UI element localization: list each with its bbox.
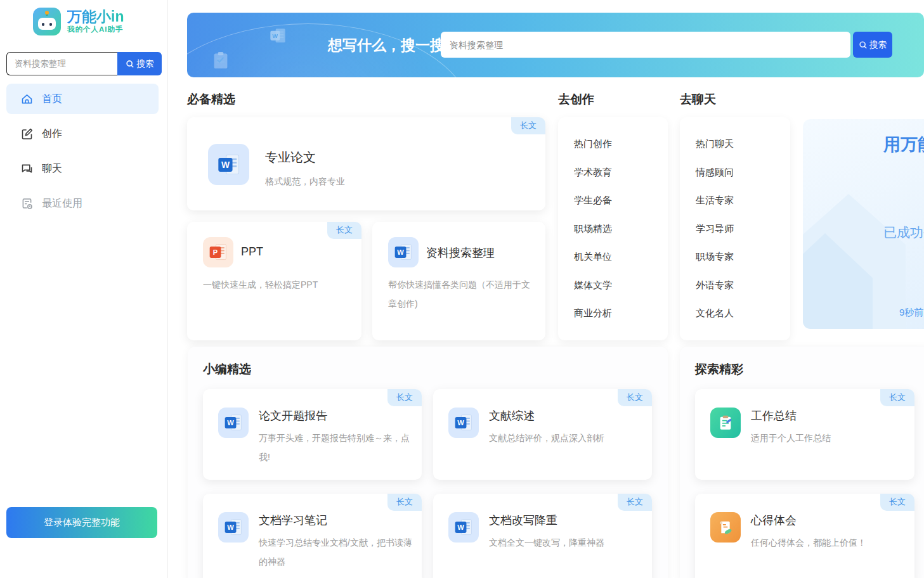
word-icon: W	[388, 237, 419, 267]
create-category-item[interactable]: 学生必备	[574, 195, 668, 207]
editor-picks-section: 小编精选 长文 W 论文开题报告 万事开头难，开题报告特别难～来，点我! 长文 …	[188, 347, 668, 578]
card-title: 文献综述	[489, 408, 535, 423]
sidebar: 万能小in 我的个人AI助手 搜索 首页 创作 聊天 最近使用 登录体验完整功能	[0, 0, 168, 578]
svg-text:W: W	[457, 523, 464, 531]
login-button[interactable]: 登录体验完整功能	[6, 507, 157, 538]
card-research-organize[interactable]: W 资料搜索整理 帮你快速搞懂各类问题（不适用于文章创作)	[372, 222, 545, 340]
hero-banner: W 想写什么，搜一搜 搜索	[187, 13, 924, 77]
card-desc: 快速学习总结专业文档/文献，把书读薄的神器	[259, 533, 412, 571]
card-title: 论文开题报告	[259, 408, 327, 423]
card-desc: 帮你快速搞懂各类问题（不适用于文章创作)	[388, 275, 535, 313]
card-title: 专业论文	[265, 149, 316, 166]
card-desc: 适用于个人工作总结	[751, 428, 904, 447]
svg-text:W: W	[397, 248, 404, 256]
card-desc: 文档全文一键改写，降重神器	[489, 533, 642, 552]
sidebar-search: 搜索	[6, 52, 162, 75]
card-thesis-proposal[interactable]: 长文 W 论文开题报告 万事开头难，开题报告特别难～来，点我!	[203, 389, 422, 480]
card-title: 文档学习笔记	[259, 513, 327, 528]
create-category-item[interactable]: 机关单位	[574, 251, 668, 263]
sidebar-item-recent[interactable]: 最近使用	[6, 188, 159, 219]
card-literature-review[interactable]: 长文 W 文献综述 文献总结评价，观点深入剖析	[433, 389, 652, 480]
chat-category-item[interactable]: 文化名人	[696, 307, 790, 319]
card-desc: 文献总结评价，观点深入剖析	[489, 428, 642, 447]
word-icon: W	[448, 408, 479, 438]
promo-headline: 用万能	[883, 133, 924, 156]
card-document-study-notes[interactable]: 长文 W 文档学习笔记 快速学习总结专业文档/文献，把书读薄的神器	[203, 494, 422, 578]
svg-text:W: W	[227, 523, 234, 531]
sidebar-search-input[interactable]	[6, 52, 117, 75]
promo-timestamp: 9秒前	[899, 307, 923, 319]
create-category-item[interactable]: 职场精选	[574, 223, 668, 235]
svg-text:W: W	[227, 419, 234, 427]
section-title-essentials: 必备精选	[187, 91, 235, 108]
chat-category-item[interactable]: 职场专家	[696, 251, 790, 263]
sidebar-item-create[interactable]: 创作	[6, 119, 159, 149]
section-title-explore: 探索精彩	[695, 361, 743, 378]
card-title: PPT	[241, 245, 263, 259]
sidebar-search-button[interactable]: 搜索	[117, 52, 162, 75]
explore-section: 探索精彩 长文 工作总结 适用于个人工作总结 长文 心得体会 任何心得体会，都能…	[680, 347, 924, 578]
work-summary-icon	[710, 408, 741, 438]
banner-search: 搜索	[441, 32, 892, 58]
recent-icon	[20, 197, 34, 210]
search-icon	[126, 60, 134, 68]
word-icon: W	[218, 512, 249, 543]
svg-text:W: W	[221, 160, 230, 170]
create-category-list: 热门创作 学术教育 学生必备 职场精选 机关单位 媒体文学 商业分析	[558, 117, 668, 340]
long-text-badge: 长文	[327, 222, 361, 239]
word-icon: W	[208, 144, 249, 185]
card-desc: 任何心得体会，都能上价值！	[751, 533, 904, 552]
create-category-item[interactable]: 媒体文学	[574, 279, 668, 292]
promo-card[interactable]: 用万能 已成功创 9秒前	[803, 119, 924, 329]
card-professional-paper[interactable]: 长文 W 专业论文 格式规范，内容专业	[187, 117, 545, 210]
ppt-icon: P	[203, 237, 233, 267]
clipboard-decoration-icon	[212, 51, 229, 70]
create-category-item[interactable]: 学术教育	[574, 167, 668, 179]
long-text-badge: 长文	[387, 494, 422, 511]
edit-icon	[20, 127, 34, 141]
svg-text:P: P	[213, 248, 218, 256]
card-desc: 格式规范，内容专业	[265, 172, 345, 191]
word-icon: W	[218, 408, 249, 438]
card-document-rewrite[interactable]: 长文 W 文档改写降重 文档全文一键改写，降重神器	[433, 494, 652, 578]
long-text-badge: 长文	[880, 494, 914, 511]
long-text-badge: 长文	[387, 389, 422, 406]
chat-category-item[interactable]: 情感顾问	[696, 167, 790, 179]
robot-logo-icon	[33, 8, 61, 35]
card-title: 文档改写降重	[489, 513, 557, 528]
chat-category-item[interactable]: 生活专家	[696, 195, 790, 207]
section-title-create: 去创作	[558, 91, 594, 108]
app-title: 万能小in	[67, 9, 124, 25]
chat-category-item[interactable]: 热门聊天	[696, 138, 790, 150]
word-doc-decoration-icon: W	[268, 27, 287, 46]
home-icon	[20, 93, 34, 106]
svg-text:W: W	[457, 419, 464, 427]
chat-category-item[interactable]: 外语专家	[696, 279, 790, 292]
long-text-badge: 长文	[880, 389, 914, 406]
svg-text:W: W	[273, 33, 278, 39]
card-ppt[interactable]: 长文 P PPT 一键快速生成，轻松搞定PPT	[187, 222, 361, 340]
create-category-item[interactable]: 热门创作	[574, 138, 668, 150]
sidebar-item-home[interactable]: 首页	[6, 84, 159, 114]
long-text-badge: 长文	[618, 389, 652, 406]
card-desc: 一键快速生成，轻松搞定PPT	[203, 275, 349, 294]
card-title: 资料搜索整理	[426, 245, 495, 260]
card-title: 工作总结	[751, 408, 797, 423]
banner-search-input[interactable]	[441, 32, 850, 58]
card-reflections[interactable]: 长文 心得体会 任何心得体会，都能上价值！	[695, 494, 914, 578]
word-icon: W	[448, 512, 479, 543]
card-desc: 万事开头难，开题报告特别难～来，点我!	[259, 428, 412, 466]
card-work-summary[interactable]: 长文 工作总结 适用于个人工作总结	[695, 389, 914, 480]
create-category-item[interactable]: 商业分析	[574, 307, 668, 319]
app-tagline: 我的个人AI助手	[67, 25, 124, 34]
banner-search-button[interactable]: 搜索	[853, 32, 892, 58]
banner-title: 想写什么，搜一搜	[328, 35, 445, 55]
search-icon	[859, 41, 868, 49]
app-logo[interactable]: 万能小in 我的个人AI助手	[33, 8, 124, 35]
sidebar-nav: 首页 创作 聊天 最近使用	[6, 84, 159, 223]
chat-category-item[interactable]: 学习导师	[696, 223, 790, 235]
chat-category-list: 热门聊天 情感顾问 生活专家 学习导师 职场专家 外语专家 文化名人	[680, 117, 790, 340]
insight-icon	[710, 512, 741, 543]
sidebar-item-chat[interactable]: 聊天	[6, 153, 159, 184]
long-text-badge: 长文	[618, 494, 652, 511]
